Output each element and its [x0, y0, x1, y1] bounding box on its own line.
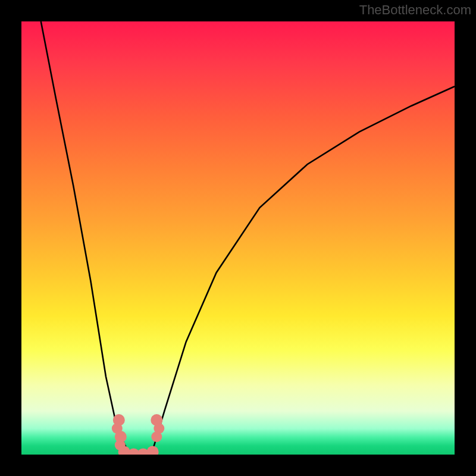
marker-lobe	[151, 414, 162, 426]
marker-lobe	[128, 448, 140, 455]
plot-area	[21, 21, 455, 455]
marker-lobe	[154, 423, 164, 434]
marker-lobe	[151, 431, 162, 442]
curve-left-branch	[41, 21, 130, 455]
marker-lobe	[147, 446, 159, 455]
frame: TheBottleneck.com	[0, 0, 476, 476]
marker-lobe	[115, 431, 127, 443]
chart-svg	[21, 21, 455, 455]
marker-lobe	[115, 440, 126, 450]
watermark-text: TheBottleneck.com	[359, 2, 471, 18]
curve-right-branch	[151, 86, 455, 455]
marker-lobe	[137, 448, 149, 455]
marker-group	[112, 414, 164, 455]
marker-lobe	[113, 414, 125, 426]
marker-lobe	[118, 446, 130, 455]
marker-lobe	[112, 423, 123, 434]
